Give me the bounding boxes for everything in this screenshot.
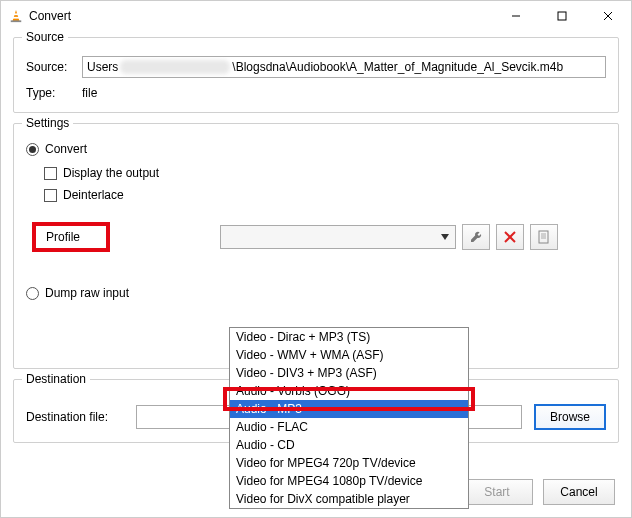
destination-group-label: Destination <box>22 372 90 386</box>
profile-label: Profile <box>32 222 110 252</box>
profile-option[interactable]: Audio - Vorbis (OGG) <box>230 382 468 400</box>
svg-rect-3 <box>11 20 22 22</box>
profile-combobox[interactable] <box>220 225 456 249</box>
profile-option[interactable]: Video - Dirac + MP3 (TS) <box>230 328 468 346</box>
delete-profile-button[interactable] <box>496 224 524 250</box>
start-button[interactable]: Start <box>461 479 533 505</box>
window-title: Convert <box>29 9 71 23</box>
convert-radio-label: Convert <box>45 142 87 156</box>
source-group: Source Source: Users \Blogsdna\Audiobook… <box>13 37 619 113</box>
edit-profile-button[interactable] <box>462 224 490 250</box>
profile-option[interactable]: Video - WMV + WMA (ASF) <box>230 346 468 364</box>
display-output-checkbox[interactable] <box>44 167 57 180</box>
source-path-suffix: \Blogsdna\Audiobook\A_Matter_of_Magnitud… <box>232 60 563 74</box>
deinterlace-checkbox[interactable] <box>44 189 57 202</box>
new-profile-button[interactable] <box>530 224 558 250</box>
profile-option[interactable]: Video for MPEG4 1080p TV/device <box>230 472 468 490</box>
titlebar: Convert <box>1 1 631 31</box>
profile-option[interactable]: Video - DIV3 + MP3 (ASF) <box>230 364 468 382</box>
maximize-button[interactable] <box>539 1 585 31</box>
source-label: Source: <box>26 60 82 74</box>
profile-option[interactable]: Video for MPEG4 720p TV/device <box>230 454 468 472</box>
settings-group-label: Settings <box>22 116 73 130</box>
convert-radio[interactable] <box>26 143 39 156</box>
delete-icon <box>504 231 516 243</box>
browse-button[interactable]: Browse <box>534 404 606 430</box>
convert-dialog: Convert Source Source: Users \Blogsdna\A… <box>0 0 632 518</box>
source-path-prefix: Users <box>87 60 118 74</box>
svg-marker-8 <box>441 234 449 240</box>
source-group-label: Source <box>22 30 68 44</box>
profile-option-selected[interactable]: Audio - MP3 <box>230 400 468 418</box>
svg-rect-5 <box>558 12 566 20</box>
new-profile-icon <box>537 230 551 244</box>
type-value: file <box>82 86 97 100</box>
close-button[interactable] <box>585 1 631 31</box>
type-label: Type: <box>26 86 82 100</box>
svg-rect-11 <box>539 231 548 243</box>
profile-option[interactable]: Audio - CD <box>230 436 468 454</box>
window-buttons <box>493 1 631 31</box>
deinterlace-label: Deinterlace <box>63 188 124 202</box>
svg-rect-2 <box>13 17 19 19</box>
vlc-icon <box>9 9 23 23</box>
redacted-segment <box>120 60 230 74</box>
dump-raw-label: Dump raw input <box>45 286 129 300</box>
profile-option[interactable]: Audio - FLAC <box>230 418 468 436</box>
dump-raw-radio[interactable] <box>26 287 39 300</box>
wrench-icon <box>469 230 483 244</box>
display-output-label: Display the output <box>63 166 159 180</box>
profile-dropdown-list: Video - Dirac + MP3 (TS) Video - WMV + W… <box>229 327 469 509</box>
dialog-buttons: Start Cancel <box>461 479 615 505</box>
source-path-field[interactable]: Users \Blogsdna\Audiobook\A_Matter_of_Ma… <box>82 56 606 78</box>
cancel-button[interactable]: Cancel <box>543 479 615 505</box>
svg-rect-1 <box>14 13 18 15</box>
chevron-down-icon <box>441 234 449 240</box>
minimize-button[interactable] <box>493 1 539 31</box>
svg-marker-0 <box>13 10 20 21</box>
destination-file-label: Destination file: <box>26 410 136 424</box>
profile-option[interactable]: Video for DivX compatible player <box>230 490 468 508</box>
